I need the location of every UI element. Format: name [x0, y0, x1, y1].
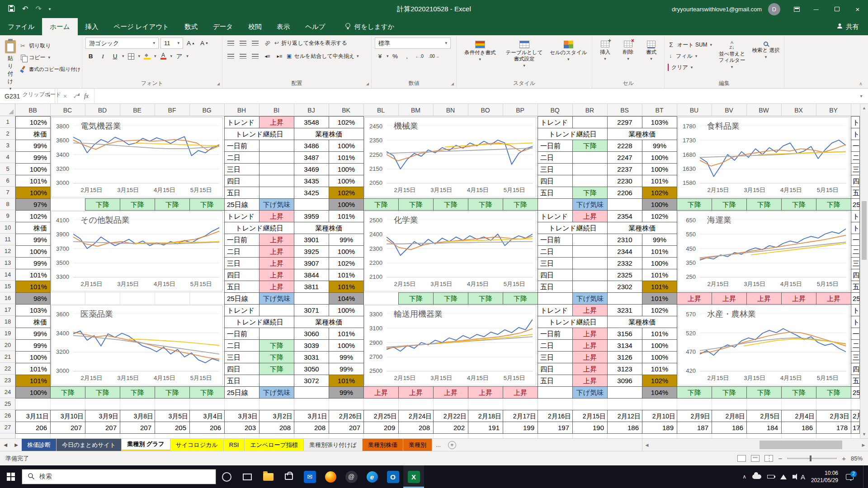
cell[interactable]	[259, 304, 294, 316]
cell[interactable]: 下降	[398, 198, 434, 211]
row-header[interactable]: 10	[0, 222, 15, 234]
cell[interactable]: トレンド継続日	[224, 316, 294, 328]
cell[interactable]: 2月24日	[398, 410, 434, 422]
cell[interactable]: 下降	[503, 198, 538, 211]
cell[interactable]: 2月17日	[503, 410, 538, 422]
cell[interactable]: 下降	[189, 198, 225, 211]
cell[interactable]	[259, 328, 294, 340]
cell[interactable]: 2206	[607, 187, 642, 199]
ribbon-tab[interactable]: ページ レイアウト	[106, 18, 177, 35]
taskbar-search[interactable]: 検索	[22, 469, 216, 484]
cell[interactable]: 3959	[294, 210, 329, 222]
cell[interactable]: 206	[15, 422, 51, 434]
cell[interactable]: 上昇	[503, 386, 538, 399]
cell[interactable]: 2月25日	[363, 410, 399, 422]
cell[interactable]: 3486	[294, 140, 329, 152]
cell[interactable]: 100%	[329, 198, 364, 211]
row-header[interactable]: 21	[0, 351, 15, 363]
cell[interactable]: 下降	[363, 198, 399, 211]
align-top-button[interactable]	[226, 38, 236, 48]
align-center-button[interactable]	[238, 51, 248, 61]
align-right-button[interactable]	[250, 51, 260, 61]
decrease-font-button[interactable]: A▼	[198, 38, 210, 48]
cell[interactable]: 3月8日	[120, 410, 155, 422]
sheet-tab[interactable]: エンベロープ指標	[245, 439, 304, 451]
cell[interactable]: 上昇	[259, 210, 294, 222]
dialog-launcher-icon[interactable]: ◢	[366, 82, 369, 86]
cell[interactable]: 99%	[329, 386, 364, 399]
clock[interactable]: 10:06 2021/05/29	[811, 469, 838, 484]
column-header[interactable]: BF	[155, 104, 190, 116]
chart-object[interactable]: その他製品業410039003700350033002月15日3月15日4月15…	[51, 211, 223, 291]
row-header[interactable]: 15	[0, 281, 15, 292]
cell[interactable]: 209	[363, 422, 399, 434]
cell[interactable]: 2月12日	[607, 410, 642, 422]
cell[interactable]: 上昇	[259, 234, 294, 246]
cell[interactable]: 3031	[294, 351, 329, 363]
customize-qat-chevron-icon[interactable]: ▾	[49, 7, 51, 11]
dialog-launcher-icon[interactable]: ◢	[217, 82, 220, 86]
zoom-slider[interactable]	[787, 458, 837, 459]
sort-filter-button[interactable]: AZ↓並べ替えと フィルター▾	[716, 38, 748, 69]
cell[interactable]: 191	[468, 422, 503, 434]
cell[interactable]: 業種株価	[294, 222, 364, 234]
cell[interactable]: トレンド継続日	[538, 316, 608, 328]
column-header[interactable]: BM	[398, 104, 434, 116]
cell[interactable]: 203	[224, 422, 259, 434]
cell[interactable]: 四日	[851, 363, 860, 375]
cell[interactable]: 102%	[642, 375, 677, 387]
fill-button[interactable]: ↓フィル▾	[668, 52, 712, 61]
cell[interactable]: 四日	[851, 175, 860, 187]
taskbar-app-task-view[interactable]	[237, 465, 258, 488]
cell[interactable]: トレンド	[851, 304, 860, 316]
cell[interactable]: 102%	[329, 257, 364, 269]
cell[interactable]: 上昇	[398, 386, 434, 399]
sheet-tab[interactable]: RSI	[224, 439, 245, 451]
format-as-table-button[interactable]: テーブルとして書式設定▾	[504, 38, 545, 68]
row-header[interactable]: 9	[0, 210, 15, 222]
cell[interactable]: 2月26日	[329, 410, 364, 422]
cell[interactable]: 205	[155, 422, 190, 434]
cell[interactable]: 103%	[15, 304, 51, 316]
cell[interactable]: 2325	[607, 269, 642, 281]
ime-indicator[interactable]: A	[801, 473, 805, 481]
cell[interactable]: 199	[503, 422, 538, 434]
chart-object[interactable]: 輸送用機器業330031002900270025002月15日3月15日4月15…	[364, 305, 536, 385]
cell[interactable]: 下降	[155, 386, 190, 399]
cell[interactable]: 二日	[538, 339, 573, 352]
chart-object[interactable]: 海運業6505504503502502月15日3月15日4月15日5月15日	[678, 211, 849, 291]
cell[interactable]: 101%	[329, 375, 364, 387]
cell[interactable]: 100%	[329, 304, 364, 316]
cell[interactable]: 3487	[294, 151, 329, 164]
column-header[interactable]: BX	[781, 104, 816, 116]
cell[interactable]: 上昇	[572, 339, 608, 352]
vertical-scrollbar[interactable]: ▲ ▼	[860, 104, 868, 438]
cell[interactable]: 上昇	[259, 269, 294, 281]
cell[interactable]: 101%	[642, 292, 677, 305]
number-format-select[interactable]: 標準▾	[375, 38, 451, 49]
new-sheet-button[interactable]: +	[448, 441, 456, 449]
cell[interactable]: 2297	[607, 116, 642, 128]
column-header[interactable]: BG	[189, 104, 225, 116]
cell[interactable]: トレンド継続日	[851, 222, 860, 234]
cell[interactable]: 一日前	[851, 140, 860, 152]
cell[interactable]: 2月3日	[816, 410, 851, 422]
chart-object[interactable]: 食料品業178017301680163015802月15日3月15日4月15日5…	[678, 117, 849, 197]
cell[interactable]: 三日	[851, 163, 860, 175]
next-sheet-icon[interactable]: ▶	[11, 439, 22, 451]
cell[interactable]: 下降	[189, 386, 225, 399]
cell[interactable]: 100%	[15, 163, 51, 175]
cell[interactable]: 101%	[15, 269, 51, 281]
cell[interactable]: 104%	[329, 292, 364, 305]
cell[interactable]: 四日	[538, 175, 573, 187]
bold-button[interactable]: B	[85, 51, 96, 61]
cell[interactable]: 208	[398, 422, 434, 434]
cell[interactable]: 四日	[224, 363, 259, 375]
taskbar-app-outlook[interactable]: O	[382, 465, 403, 488]
cell[interactable]: 2月16日	[538, 410, 573, 422]
row-header[interactable]: 7	[0, 187, 15, 198]
cell[interactable]: 100%	[642, 257, 677, 269]
cell[interactable]: 2310	[607, 234, 642, 246]
dialog-launcher-icon[interactable]: ◢	[451, 82, 454, 86]
cell[interactable]: 二日	[851, 151, 860, 164]
